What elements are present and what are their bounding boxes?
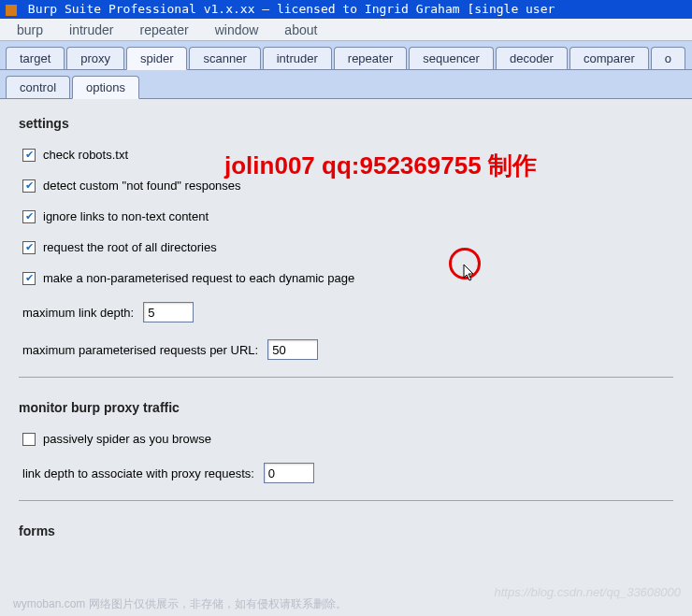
input-max-link-depth[interactable]	[143, 302, 194, 322]
app-icon	[6, 5, 17, 16]
tab-intruder[interactable]: intruder	[263, 47, 332, 69]
section-title-forms: forms	[19, 523, 673, 538]
input-link-depth-proxy[interactable]	[264, 463, 314, 483]
checkbox-robots[interactable]	[22, 149, 36, 162]
field-link-depth-proxy: link depth to associate with proxy reque…	[22, 463, 673, 483]
main-tabstrip: target proxy spider scanner intruder rep…	[0, 41, 692, 70]
section-title-settings: settings	[19, 116, 673, 131]
menu-repeater[interactable]: repeater	[127, 20, 202, 40]
checkbox-notfound[interactable]	[22, 179, 36, 193]
checkbox-passive-spider[interactable]	[22, 433, 36, 446]
section-divider	[19, 377, 673, 378]
field-label: maximum parameterised requests per URL:	[22, 343, 258, 357]
checkbox-nonparam-request[interactable]	[22, 272, 36, 285]
tab-decoder[interactable]: decoder	[496, 47, 568, 69]
check-row-request-root: request the root of all directories	[22, 240, 673, 254]
field-max-link-depth: maximum link depth:	[22, 302, 673, 322]
field-label: link depth to associate with proxy reque…	[22, 466, 254, 480]
check-row-ignore-nontext: ignore links to non-text content	[22, 209, 673, 223]
subtab-control[interactable]: control	[6, 76, 70, 98]
check-row-passive-spider: passively spider as you browse	[22, 432, 673, 446]
checkbox-label: request the root of all directories	[43, 240, 217, 254]
menubar: burp intruder repeater window about	[0, 19, 692, 41]
menu-about[interactable]: about	[271, 20, 330, 40]
checkbox-ignore-nontext[interactable]	[22, 210, 36, 223]
window-title: Burp Suite Professional v1.x.xx — licens…	[28, 2, 555, 16]
tab-target[interactable]: target	[6, 47, 65, 69]
checkbox-label: passively spider as you browse	[43, 432, 211, 446]
checkbox-label: make a non-parameterised request to each…	[43, 271, 354, 285]
menu-window[interactable]: window	[202, 20, 272, 40]
checkbox-label: ignore links to non-text content	[43, 209, 209, 223]
check-row-nonparam-request: make a non-parameterised request to each…	[22, 271, 673, 285]
tab-scanner[interactable]: scanner	[189, 47, 260, 69]
section-title-monitor: monitor burp proxy traffic	[19, 400, 673, 415]
check-row-notfound: detect custom "not found" responses	[22, 179, 673, 193]
footer-watermark-right: https://blog.csdn.net/qq_33608000	[495, 585, 682, 599]
checkbox-label: check robots.txt	[43, 148, 128, 162]
section-divider	[19, 500, 673, 501]
tab-options-truncated[interactable]: o	[651, 47, 685, 69]
tab-repeater[interactable]: repeater	[334, 47, 407, 69]
check-row-robots: check robots.txt	[22, 148, 673, 162]
field-max-param-requests: maximum parameterised requests per URL:	[22, 339, 673, 360]
tab-proxy[interactable]: proxy	[66, 47, 124, 69]
tab-sequencer[interactable]: sequencer	[409, 47, 494, 69]
subtab-options[interactable]: options	[72, 76, 139, 99]
menu-intruder[interactable]: intruder	[56, 20, 126, 40]
footer-watermark-left: wymoban.com 网络图片仅供展示，非存储，如有侵权请联系删除。	[13, 596, 347, 612]
tab-spider[interactable]: spider	[126, 47, 187, 70]
options-panel: settings check robots.txt detect custom …	[0, 99, 692, 616]
window-titlebar: Burp Suite Professional v1.x.xx — licens…	[0, 0, 692, 19]
menu-burp[interactable]: burp	[4, 20, 56, 40]
checkbox-label: detect custom "not found" responses	[43, 179, 241, 193]
checkbox-request-root[interactable]	[22, 241, 36, 254]
tab-comparer[interactable]: comparer	[569, 47, 649, 69]
field-label: maximum link depth:	[22, 306, 134, 320]
sub-tabstrip: control options	[0, 70, 692, 99]
input-max-param-requests[interactable]	[267, 339, 318, 360]
